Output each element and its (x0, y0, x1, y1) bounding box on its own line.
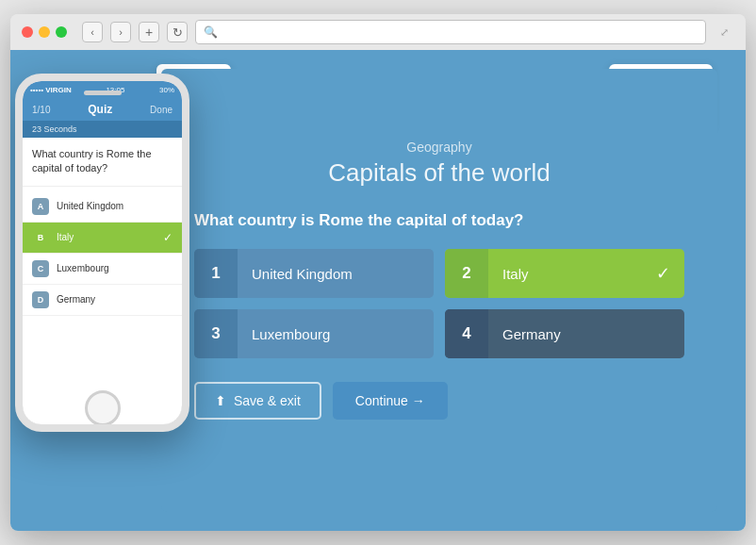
phone-header: 1/10 Quiz Done (23, 98, 182, 121)
phone-answer-text-b: Italy (57, 232, 156, 242)
phone-check-icon: ✓ (163, 231, 173, 244)
phone-answer-a[interactable]: A United Kingdom (23, 191, 182, 223)
phone-timer: 23 Seconds (23, 121, 182, 138)
save-exit-button[interactable]: ⬆ Save & exit (194, 382, 321, 420)
quiz-title: Capitals of the world (194, 158, 684, 188)
phone-answer-text-d: Germany (57, 294, 173, 305)
category-label: Geography (194, 140, 684, 155)
save-exit-label: Save & exit (234, 393, 301, 408)
answer-text-1: United Kingdom (238, 266, 434, 282)
phone-quiz-num: 1/10 (32, 105, 50, 115)
answer-option-4[interactable]: 4 Germany (445, 309, 684, 358)
fullscreen-button[interactable]: ⤢ (714, 22, 734, 42)
browser-content: 1/10 0:30 Quiz timer Geography Capitals … (10, 50, 746, 531)
answer-option-3[interactable]: 3 Luxembourg (194, 309, 434, 358)
phone-letter-c: C (32, 260, 49, 277)
check-icon-2: ✓ (656, 263, 684, 284)
maximize-button[interactable] (56, 26, 67, 38)
question-text: What country is Rome the capital of toda… (194, 211, 684, 230)
phone-done[interactable]: Done (150, 105, 173, 115)
phone-signal: ••••• VIRGIN (30, 86, 72, 94)
back-button[interactable]: ‹ (82, 22, 103, 42)
refresh-button[interactable]: ↻ (167, 22, 188, 42)
phone-battery: 30% (159, 86, 174, 94)
phone-speaker (84, 91, 122, 95)
phone-answer-text-c: Luxembourg (57, 263, 173, 273)
phone-inner: ••••• VIRGIN 13:05 30% 1/10 Quiz Done 23… (23, 81, 182, 424)
answer-num-2: 2 (445, 249, 488, 298)
phone-home-button[interactable] (85, 390, 121, 426)
phone-status-bar: ••••• VIRGIN 13:05 30% (23, 81, 182, 98)
answer-option-2[interactable]: 2 Italy ✓ (445, 249, 684, 298)
browser-toolbar: ‹ › + ↻ 🔍 ⤢ (10, 14, 746, 50)
answer-text-4: Germany (488, 326, 684, 342)
continue-label: Continue → (355, 393, 425, 408)
phone-answer-b[interactable]: B Italy ✓ (23, 223, 182, 254)
search-icon: 🔍 (204, 25, 218, 39)
phone-answer-text-a: United Kingdom (57, 201, 173, 211)
phone-answers: A United Kingdom B Italy ✓ C Luxembour (23, 187, 182, 424)
answer-num-1: 1 (194, 249, 238, 298)
action-buttons: ⬆ Save & exit Continue → (194, 382, 684, 420)
quiz-card: Geography Capitals of the world What cou… (161, 69, 717, 512)
phone-answer-c[interactable]: C Luxembourg (23, 254, 182, 285)
answers-grid: 1 United Kingdom 2 Italy ✓ 3 Luxembourg … (194, 249, 684, 358)
phone-quiz-title: Quiz (88, 103, 112, 116)
browser-window: ‹ › + ↻ 🔍 ⤢ 1/10 0:30 Quiz timer Geograp… (10, 14, 746, 531)
continue-button[interactable]: Continue → (333, 382, 448, 420)
answer-option-1[interactable]: 1 United Kingdom (194, 249, 434, 298)
phone-question: What country is Rome the capital of toda… (23, 138, 182, 187)
answer-num-4: 4 (445, 309, 488, 358)
new-tab-button[interactable]: + (139, 22, 159, 42)
save-icon: ⬆ (215, 393, 226, 408)
traffic-lights (22, 26, 67, 38)
answer-text-3: Luxembourg (238, 326, 434, 342)
minimize-button[interactable] (39, 26, 50, 38)
phone-mockup: ••••• VIRGIN 13:05 30% 1/10 Quiz Done 23… (15, 74, 189, 432)
address-bar[interactable]: 🔍 (195, 20, 706, 44)
phone-answer-d[interactable]: D Germany (23, 285, 182, 316)
answer-num-3: 3 (194, 309, 238, 358)
close-button[interactable] (22, 26, 33, 38)
phone-letter-d: D (32, 291, 49, 308)
answer-text-2: Italy (488, 266, 656, 282)
phone-letter-a: A (32, 198, 49, 215)
phone-letter-b: B (32, 229, 49, 246)
forward-button[interactable]: › (110, 22, 131, 42)
